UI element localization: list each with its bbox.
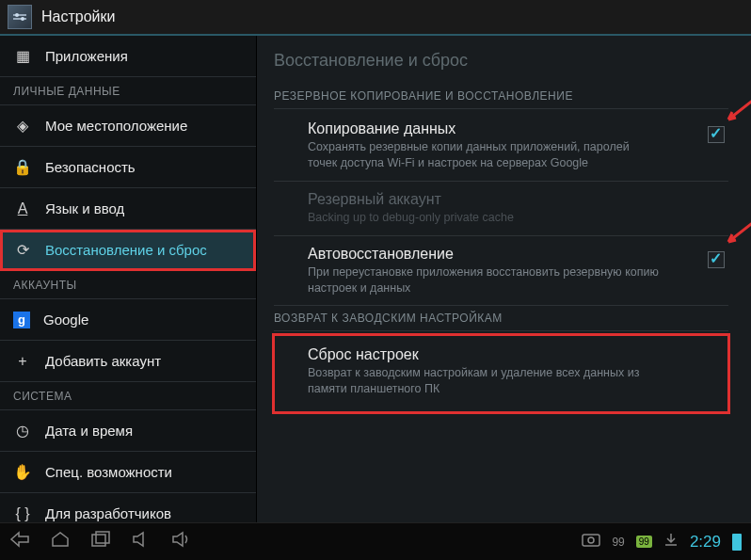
svg-rect-4	[92, 535, 105, 546]
header: Настройки	[0, 0, 751, 36]
language-icon: A	[13, 200, 32, 217]
sidebar-item-label: Безопасность	[45, 159, 136, 175]
sidebar-item-backup-reset[interactable]: ⟳ Восстановление и сброс	[0, 230, 256, 271]
navbar: 99 99 2:29	[0, 522, 751, 560]
sidebar-section-personal: ЛИЧНЫЕ ДАННЫЕ	[0, 77, 256, 105]
recents-icon[interactable]	[90, 531, 111, 552]
sidebar-section-accounts: АККАУНТЫ	[0, 271, 256, 299]
apps-icon: ▦	[13, 47, 32, 65]
svg-point-2	[15, 13, 19, 17]
sidebar-item-label: Дата и время	[45, 423, 133, 439]
download-icon[interactable]	[663, 532, 679, 552]
setting-subtitle: Backing up to debug-only private cache	[308, 210, 678, 226]
setting-factory-reset[interactable]: Сброс настроек Возврат к заводским настр…	[274, 335, 728, 412]
settings-app-icon	[8, 5, 32, 29]
sidebar-section-system: СИСТЕМА	[0, 382, 256, 410]
setting-auto-restore[interactable]: Автовосстановление При переустановке при…	[274, 236, 728, 307]
location-icon: ◈	[13, 117, 32, 135]
svg-point-7	[588, 537, 594, 543]
sidebar-item-label: Для разработчиков	[45, 505, 171, 521]
svg-rect-5	[96, 532, 109, 543]
setting-title: Резервный аккаунт	[308, 191, 678, 208]
setting-backup-data[interactable]: Копирование данных Сохранять резервные к…	[274, 111, 728, 182]
reset-icon: ⟳	[13, 241, 32, 259]
section-factory-header: ВОЗВРАТ К ЗАВОДСКИМ НАСТРОЙКАМ	[274, 306, 728, 331]
annotation-arrow	[719, 97, 751, 125]
sidebar-item-security[interactable]: 🔒 Безопасность	[0, 147, 256, 188]
volume-down-icon[interactable]	[132, 531, 151, 552]
body: ▦ Приложения ЛИЧНЫЕ ДАННЫЕ ◈ Мое местопо…	[0, 36, 751, 522]
home-icon[interactable]	[51, 531, 70, 552]
setting-subtitle: При переустановке приложения восстановит…	[308, 264, 661, 296]
setting-title: Сброс настроек	[308, 346, 678, 363]
battery-pct: 99	[612, 536, 624, 549]
setting-text: Копирование данных Сохранять резервные к…	[308, 120, 708, 171]
sidebar-item-label: Язык и ввод	[45, 200, 124, 216]
setting-text: Сброс настроек Возврат к заводским настр…	[308, 346, 725, 397]
content-panel: Восстановление и сброс РЕЗЕРВНОЕ КОПИРОВ…	[257, 36, 751, 522]
sidebar-item-developer[interactable]: { } Для разработчиков	[0, 493, 256, 522]
sidebar-item-label: Спец. возможности	[45, 464, 172, 480]
sidebar-item-label: Мое местоположение	[45, 118, 187, 134]
section-backup-header: РЕЗЕРВНОЕ КОПИРОВАНИЕ И ВОССТАНОВЛЕНИЕ	[274, 84, 728, 109]
checkbox-backup-data[interactable]	[708, 126, 725, 143]
setting-text: Резервный аккаунт Backing up to debug-on…	[308, 191, 725, 226]
screenshot-icon[interactable]	[582, 532, 600, 552]
notification-badge[interactable]: 99	[636, 536, 652, 548]
lock-icon: 🔒	[13, 158, 32, 176]
sidebar-item-label: Google	[43, 312, 88, 328]
setting-subtitle: Возврат к заводским настройкам и удалени…	[308, 365, 678, 397]
sidebar: ▦ Приложения ЛИЧНЫЕ ДАННЫЕ ◈ Мое местопо…	[0, 36, 257, 522]
checkbox-auto-restore[interactable]	[708, 251, 725, 268]
google-icon: g	[13, 312, 30, 328]
annotation-arrow	[719, 219, 751, 248]
sidebar-item-apps[interactable]: ▦ Приложения	[0, 36, 256, 77]
clock-icon: ◷	[13, 422, 32, 440]
setting-subtitle: Сохранять резервные копии данных приложе…	[308, 139, 661, 171]
hand-icon: ✋	[13, 463, 32, 481]
sidebar-item-add-account[interactable]: + Добавить аккаунт	[0, 341, 256, 382]
content-title: Восстановление и сброс	[274, 51, 728, 71]
setting-title: Автовосстановление	[308, 246, 661, 263]
sidebar-item-label: Приложения	[45, 48, 128, 64]
sidebar-item-datetime[interactable]: ◷ Дата и время	[0, 410, 256, 452]
sidebar-item-location[interactable]: ◈ Мое местоположение	[0, 105, 256, 147]
battery-icon[interactable]	[732, 534, 742, 551]
setting-backup-account[interactable]: Резервный аккаунт Backing up to debug-on…	[274, 182, 728, 236]
plus-icon: +	[13, 353, 32, 370]
setting-title: Копирование данных	[308, 120, 661, 137]
nav-right: 99 99 2:29	[582, 532, 742, 552]
sidebar-item-label: Восстановление и сброс	[45, 242, 207, 258]
svg-point-3	[21, 17, 24, 21]
sidebar-item-accessibility[interactable]: ✋ Спец. возможности	[0, 452, 256, 493]
svg-rect-6	[583, 535, 599, 546]
back-icon[interactable]	[9, 531, 30, 552]
setting-text: Автовосстановление При переустановке при…	[308, 246, 708, 296]
sidebar-item-language[interactable]: A Язык и ввод	[0, 188, 256, 230]
sidebar-item-label: Добавить аккаунт	[45, 353, 161, 369]
nav-left	[9, 531, 194, 552]
braces-icon: { }	[13, 505, 32, 522]
header-title: Настройки	[41, 8, 115, 25]
volume-up-icon[interactable]	[171, 531, 194, 552]
sidebar-item-google[interactable]: g Google	[0, 299, 256, 341]
clock[interactable]: 2:29	[690, 533, 721, 552]
